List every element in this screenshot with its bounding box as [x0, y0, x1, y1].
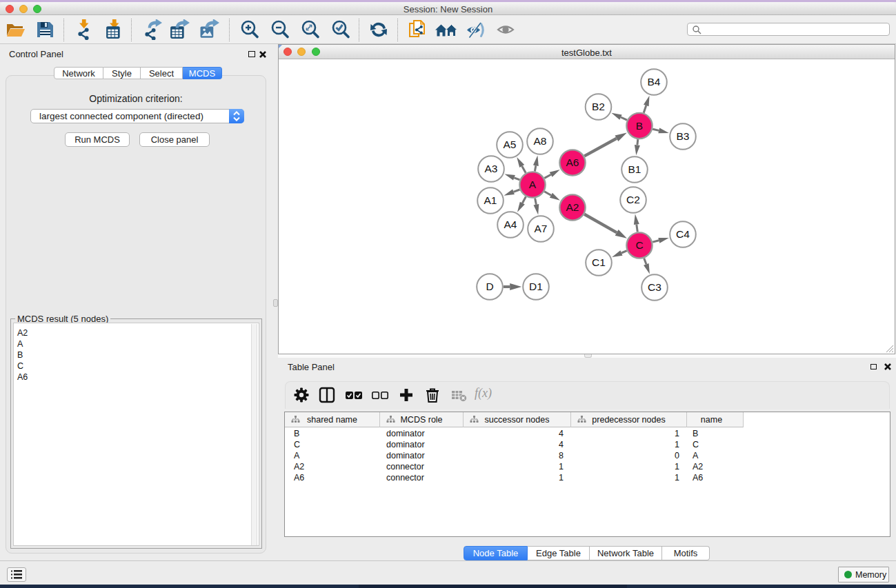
svg-text:A5: A5 — [504, 139, 517, 150]
svg-text:B1: B1 — [628, 163, 641, 175]
svg-text:A8: A8 — [534, 135, 547, 147]
svg-text:C3: C3 — [648, 281, 661, 293]
svg-text:B2: B2 — [592, 101, 605, 112]
svg-text:A1: A1 — [484, 194, 497, 206]
svg-text:B3: B3 — [677, 130, 690, 142]
svg-text:C: C — [635, 239, 643, 251]
svg-text:A2: A2 — [566, 201, 579, 213]
svg-text:A7: A7 — [535, 223, 548, 234]
svg-text:C4: C4 — [676, 228, 690, 240]
svg-text:A4: A4 — [504, 219, 517, 230]
svg-text:D1: D1 — [529, 281, 543, 292]
svg-text:B4: B4 — [648, 76, 661, 88]
svg-text:A6: A6 — [566, 156, 579, 168]
svg-text:A3: A3 — [485, 163, 498, 174]
svg-text:B: B — [636, 120, 643, 132]
svg-text:C2: C2 — [626, 194, 640, 205]
svg-text:A: A — [529, 179, 537, 190]
svg-text:D: D — [486, 281, 493, 292]
svg-text:C1: C1 — [592, 256, 606, 268]
